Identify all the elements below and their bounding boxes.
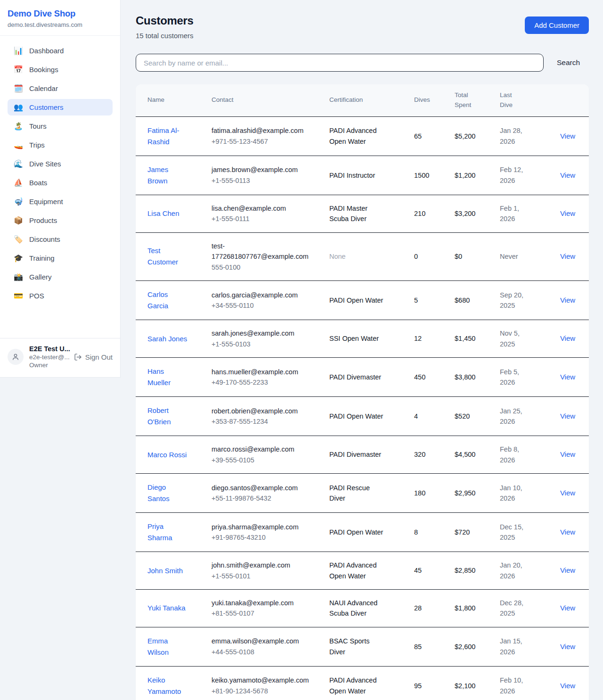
customer-total-spent: $1,450	[447, 320, 492, 358]
customer-name-link[interactable]: Yuki Tanaka	[136, 590, 204, 627]
view-customer-link[interactable]: View	[560, 528, 575, 536]
column-header-view	[546, 84, 589, 116]
search-row: Search	[136, 54, 589, 72]
search-button[interactable]: Search	[557, 58, 580, 67]
sidebar-item-boats[interactable]: ⛵ Boats	[8, 174, 113, 191]
sidebar-item-equipment[interactable]: 🤿 Equipment	[8, 193, 113, 210]
customer-name-link[interactable]: Emma Wilson	[136, 627, 204, 666]
customer-dives: 4	[407, 397, 447, 436]
view-customer-link[interactable]: View	[560, 604, 575, 612]
customer-count: 15 total customers	[136, 32, 194, 40]
sidebar-item-label: Customers	[29, 103, 64, 111]
customer-email: robert.obrien@example.com	[212, 406, 298, 416]
customer-phone: +49-170-555-2233	[212, 377, 298, 387]
customer-last-dive: Jan 28, 2026	[492, 116, 546, 156]
sidebar-item-label: Dashboard	[29, 47, 64, 55]
sidebar-item-trips[interactable]: 🚤 Trips	[8, 137, 113, 153]
customer-name-link[interactable]: Lisa Chen	[136, 195, 204, 232]
sidebar-item-tours[interactable]: 🏝️ Tours	[8, 118, 113, 134]
customer-name-link[interactable]: Robert O'Brien	[136, 397, 204, 436]
customer-email: sarah.jones@example.com	[212, 328, 294, 338]
view-customer-link[interactable]: View	[560, 296, 575, 304]
sidebar-item-dashboard[interactable]: 📊 Dashboard	[8, 42, 113, 59]
sidebar-item-training[interactable]: 🎓 Training	[8, 250, 113, 266]
sidebar: Demo Dive Shop demo.test.divestreams.com…	[0, 0, 121, 378]
customer-certification: PADI Advanced Open Water	[322, 552, 407, 590]
table-row: Carlos Garcia carlos.garcia@example.com …	[136, 281, 589, 320]
view-customer-link[interactable]: View	[560, 252, 575, 260]
customer-dives: 95	[407, 666, 447, 700]
bookings-icon: 📅	[14, 66, 23, 74]
customer-total-spent: $2,100	[447, 666, 492, 700]
sidebar-item-calendar[interactable]: 🗓️ Calendar	[8, 80, 113, 97]
customer-phone: +1-555-0111	[212, 214, 286, 224]
column-header-dives: Dives	[407, 84, 447, 116]
column-header-contact: Contact	[204, 84, 322, 116]
customer-phone: +91-98765-43210	[212, 532, 299, 543]
products-icon: 📦	[14, 217, 23, 224]
customer-name-link[interactable]: Priya Sharma	[136, 513, 204, 552]
customer-dives: 180	[407, 474, 447, 513]
user-icon	[11, 353, 20, 361]
table-row: Yuki Tanaka yuki.tanaka@example.com +81-…	[136, 590, 589, 627]
customer-last-dive: Nov 5, 2025	[492, 320, 546, 358]
customer-certification: PADI Open Water	[322, 513, 407, 552]
customer-name-link[interactable]: Diego Santos	[136, 474, 204, 513]
customer-last-dive: Jan 10, 2026	[492, 474, 546, 513]
customer-name-link[interactable]: Marco Rossi	[136, 436, 204, 474]
sign-out-button[interactable]: Sign Out	[74, 353, 113, 361]
sidebar-item-products[interactable]: 📦 Products	[8, 212, 113, 229]
customer-name-link[interactable]: John Smith	[136, 552, 204, 590]
search-input[interactable]	[136, 54, 544, 72]
customer-email: keiko.yamamoto@example.com	[212, 675, 309, 685]
customer-last-dive: Jan 25, 2026	[492, 397, 546, 436]
user-info: E2E Test U... e2e-tester@... Owner	[29, 345, 74, 369]
view-customer-link[interactable]: View	[560, 566, 575, 574]
customer-name-link[interactable]: Fatima Al-Rashid	[136, 116, 204, 156]
customer-dives: 1500	[407, 156, 447, 195]
view-customer-link[interactable]: View	[560, 373, 575, 381]
customer-name-link[interactable]: James Brown	[136, 156, 204, 195]
view-customer-link[interactable]: View	[560, 450, 575, 458]
customer-name-link[interactable]: Hans Mueller	[136, 358, 204, 397]
customer-name-link[interactable]: Sarah Jones	[136, 320, 204, 358]
customer-name-link[interactable]: Test Customer	[136, 232, 204, 280]
customer-contact: keiko.yamamoto@example.com +81-90-1234-5…	[204, 666, 322, 700]
page-title: Customers	[136, 14, 194, 27]
sidebar-item-discounts[interactable]: 🏷️ Discounts	[8, 231, 113, 247]
sidebar-item-label: Trips	[29, 141, 45, 149]
customer-contact: emma.wilson@example.com +44-555-0108	[204, 627, 322, 666]
customer-name-link[interactable]: Carlos Garcia	[136, 281, 204, 320]
view-customer-link[interactable]: View	[560, 642, 575, 651]
sidebar-item-label: Discounts	[29, 235, 60, 243]
customer-contact: lisa.chen@example.com +1-555-0111	[204, 195, 322, 232]
view-customer-link[interactable]: View	[560, 171, 575, 179]
customer-name-link[interactable]: Keiko Yamamoto	[136, 666, 204, 700]
view-customer-link[interactable]: View	[560, 209, 575, 217]
customer-contact: test-1772681807767@example.com 555-0100	[204, 232, 322, 280]
customer-dives: 45	[407, 552, 447, 590]
sidebar-item-pos[interactable]: 💳 POS	[8, 288, 113, 304]
training-icon: 🎓	[14, 255, 23, 262]
table-row: James Brown james.brown@example.com +1-5…	[136, 156, 589, 195]
view-customer-link[interactable]: View	[560, 132, 575, 140]
customer-certification: PADI Advanced Open Water	[322, 116, 407, 156]
customer-certification: PADI Master Scuba Diver	[322, 195, 407, 232]
view-customer-link[interactable]: View	[560, 412, 575, 420]
customer-dives: 5	[407, 281, 447, 320]
sidebar-item-gallery[interactable]: 📸 Gallery	[8, 269, 113, 285]
customer-email: fatima.alrashid@example.com	[212, 125, 303, 136]
sidebar-item-dive-sites[interactable]: 🌊 Dive Sites	[8, 156, 113, 172]
customer-total-spent: $1,800	[447, 590, 492, 627]
sidebar-item-customers[interactable]: 👥 Customers	[8, 99, 113, 115]
view-customer-link[interactable]: View	[560, 489, 575, 497]
view-customer-link[interactable]: View	[560, 334, 575, 342]
add-customer-button[interactable]: Add Customer	[525, 16, 589, 34]
sidebar-item-label: Products	[29, 216, 57, 224]
customer-certification: PADI Instructor	[322, 156, 407, 195]
sidebar-item-bookings[interactable]: 📅 Bookings	[8, 61, 113, 78]
view-customer-link[interactable]: View	[560, 682, 575, 690]
customer-email: emma.wilson@example.com	[212, 636, 299, 646]
customer-email: james.brown@example.com	[212, 165, 298, 175]
user-name: E2E Test U...	[29, 345, 74, 353]
